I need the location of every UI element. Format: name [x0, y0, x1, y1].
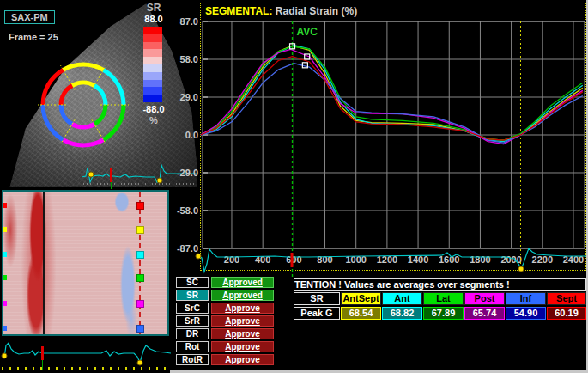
svg-text:-58.0: -58.0 — [177, 205, 198, 216]
peak-value-lat: 67.89 — [423, 307, 464, 320]
param-label-src[interactable]: SrC — [176, 303, 209, 314]
segment-header-lat: Lat — [423, 292, 464, 305]
param-label-srr[interactable]: SrR — [176, 315, 209, 327]
peak-value-ant: 68.82 — [382, 307, 422, 320]
segment-header-post: Post — [464, 292, 505, 305]
mmode-marker-lat[interactable] — [136, 274, 144, 282]
attention-banner: TENTION ! Values are averages over segme… — [294, 278, 586, 291]
view-label: SAX-PM — [4, 10, 55, 24]
colorbar-max: 88.0 — [129, 14, 179, 24]
ecg-time-ticks — [2, 367, 168, 370]
colorbar-title: SR — [129, 2, 179, 14]
mini-ecg-cycle-start-marker[interactable] — [88, 172, 94, 177]
mmode-left-tick — [3, 227, 7, 232]
approve-button-src[interactable]: Approve — [211, 303, 274, 314]
approve-button-srr[interactable]: Approve — [211, 315, 274, 327]
chart-title: SEGMENTAL: Radial Strain (%) — [205, 5, 357, 17]
peak-value-sept: 60.19 — [547, 307, 586, 320]
mmode-left-tick — [3, 301, 7, 306]
mmode-marker-post[interactable] — [136, 300, 144, 308]
ecg-cycle-start-marker[interactable] — [2, 353, 7, 358]
segment-header-sept: Sept — [547, 292, 586, 305]
segment-header-ant: Ant — [382, 292, 422, 305]
mmode-left-tick — [3, 275, 7, 280]
param-label-rot[interactable]: Rot — [176, 341, 209, 352]
approve-button-sc[interactable]: Approved — [211, 277, 274, 288]
mmode-frame-cursor[interactable] — [43, 192, 45, 334]
echo-analysis-screen: SAX-PM Frame = 25 SR 88.0 -88.0 % SEGMEN… — [0, 0, 588, 373]
svg-text:-87.0: -87.0 — [177, 243, 198, 254]
param-label-rotr[interactable]: RotR — [176, 354, 209, 365]
mmode-sample-line[interactable] — [139, 192, 141, 334]
mmode-marker-sept[interactable] — [136, 202, 144, 210]
results-value-header: Peak G — [294, 307, 340, 320]
approve-button-dr[interactable]: Approve — [211, 328, 274, 339]
mmode-left-tick — [3, 203, 7, 208]
peak-value-post: 65.74 — [464, 307, 505, 320]
frame-counter: Frame = 25 — [6, 32, 61, 42]
approve-button-rotr[interactable]: Approve — [211, 354, 274, 365]
segment-header-antsept: AntSept — [341, 292, 381, 305]
segment-header-inf: Inf — [506, 292, 546, 305]
curved-mmode-panel[interactable] — [2, 190, 169, 336]
ecg-cycle-end-marker[interactable] — [137, 360, 142, 365]
strain-chart-frame[interactable] — [200, 3, 586, 271]
mini-ecg-cycle-end-marker[interactable] — [157, 178, 162, 183]
mmode-marker-inf[interactable] — [136, 325, 144, 333]
colorbar-min: -88.0 — [129, 104, 179, 114]
colorbar-gradient — [143, 27, 162, 102]
param-label-sc[interactable]: SC — [176, 277, 209, 288]
mmode-marker-ant[interactable] — [136, 251, 144, 259]
mini-ecg — [0, 162, 197, 189]
chart-title-prefix: SEGMENTAL: — [205, 5, 272, 17]
mmode-marker-antsept[interactable] — [136, 226, 144, 234]
colorbar-unit: % — [129, 115, 179, 125]
approve-button-rot[interactable]: Approve — [211, 341, 274, 352]
param-label-sr[interactable]: SR — [176, 290, 209, 301]
ecg-avc-marker — [41, 346, 44, 360]
param-label-dr[interactable]: DR — [176, 328, 209, 339]
chart-title-main: Radial Strain (%) — [272, 5, 357, 17]
peak-value-inf: 54.90 — [506, 307, 546, 320]
approve-button-sr[interactable]: Approved — [211, 290, 274, 301]
mmode-left-tick — [3, 326, 7, 331]
sr-colorbar: SR 88.0 -88.0 % — [129, 0, 179, 142]
mini-ecg-avc-marker — [110, 168, 112, 182]
peak-value-antsept: 68.54 — [341, 307, 381, 320]
mmode-left-tick — [3, 252, 7, 257]
results-row-header: SR — [294, 292, 340, 305]
